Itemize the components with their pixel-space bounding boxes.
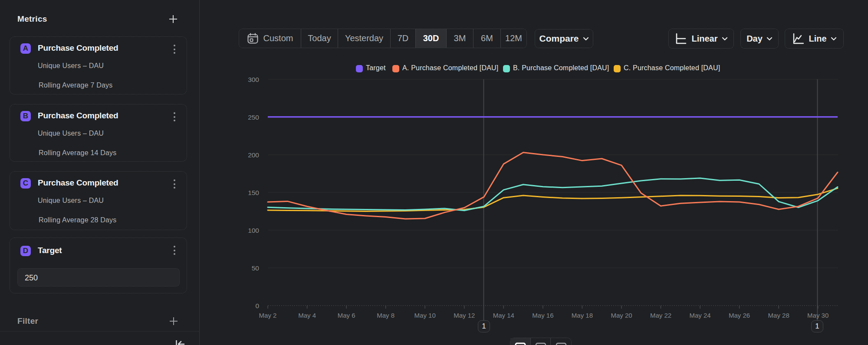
svg-text:May 26: May 26 (729, 312, 750, 319)
svg-text:May 18: May 18 (572, 312, 593, 319)
svg-text:May 12: May 12 (454, 312, 475, 319)
svg-text:300: 300 (248, 76, 259, 83)
svg-text:May 28: May 28 (768, 312, 789, 319)
svg-text:May 4: May 4 (298, 312, 316, 319)
svg-text:May 14: May 14 (493, 312, 514, 319)
svg-text:May 10: May 10 (414, 312, 436, 319)
svg-text:May 6: May 6 (338, 312, 355, 319)
svg-text:100: 100 (248, 227, 259, 234)
svg-text:May 24: May 24 (689, 312, 710, 319)
svg-text:May 30: May 30 (807, 312, 829, 319)
svg-text:0: 0 (255, 302, 259, 309)
svg-text:150: 150 (248, 189, 259, 196)
svg-text:May 20: May 20 (611, 312, 632, 319)
svg-text:200: 200 (248, 151, 259, 159)
svg-text:May 16: May 16 (532, 312, 553, 319)
svg-text:May 8: May 8 (377, 312, 395, 319)
svg-text:50: 50 (252, 264, 260, 272)
svg-text:May 22: May 22 (650, 312, 671, 319)
svg-text:250: 250 (248, 114, 259, 121)
svg-text:May 2: May 2 (259, 312, 277, 319)
